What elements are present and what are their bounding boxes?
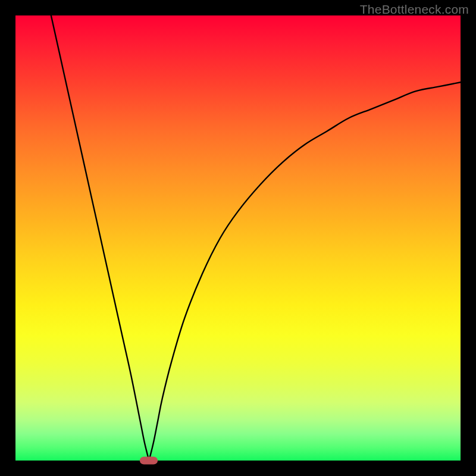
min-marker [140,457,158,465]
chart-canvas: TheBottleneck.com [0,0,476,476]
curve-layer [15,15,461,461]
watermark-text: TheBottleneck.com [360,2,469,17]
plot-area [15,15,461,461]
curve-right-branch [149,82,461,461]
curve-left-branch [51,15,149,461]
